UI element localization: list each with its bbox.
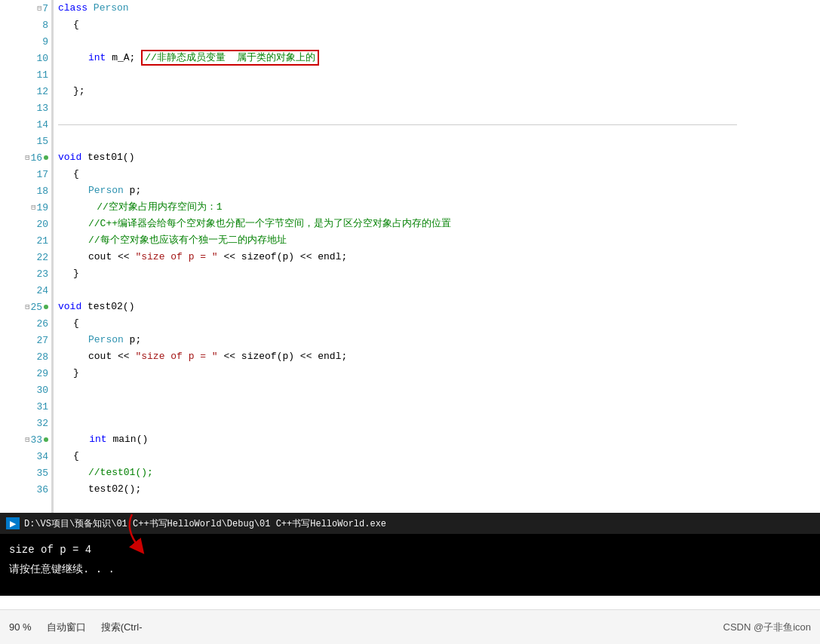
code-line-32 [58,415,820,431]
code-line-10: int m_A; //非静态成员变量 属于类的对象上的 [58,50,820,66]
dot-25 [44,305,48,309]
line-num-14: 14 [36,119,48,130]
status-right: CSDN @子非鱼icon [723,621,812,634]
code-line-19: //空对象占用内存空间为：1 [58,199,820,216]
code-line-34: { [58,448,820,465]
line-num-10: 10 [36,53,48,64]
line-num-24: 24 [36,285,48,296]
gutter-line-22: 22 [0,249,51,265]
gutter-line-18: 18 [0,182,51,199]
gutter-line-11: 11 [0,66,51,83]
gutter-line-34: 34 [0,448,51,465]
code-line-16: void test01() [58,149,820,166]
collapse-33[interactable]: ⊟ [25,435,29,444]
code-line-27: Person p; [58,332,820,348]
code-line-7: class Person [58,0,820,17]
line-num-7: 7 [42,3,48,14]
line-num-22: 22 [36,252,48,263]
terminal-line-1: size of p = 4 [9,540,811,560]
gutter: ⊟ 7 8 9 10 11 12 1 [0,0,51,513]
code-line-28: cout << "size of p = " << sizeof(p) << e… [58,348,820,365]
line-num-32: 32 [36,418,48,429]
terminal-line-2: 请按任意键继续. . . [9,560,811,579]
terminal-output-line1: size of p = 4 [9,544,91,556]
line-num-30: 30 [36,385,48,396]
gutter-line-30: 30 [0,382,51,398]
line-num-20: 20 [36,219,48,230]
line-num-34: 34 [36,451,48,462]
gutter-line-7: ⊟ 7 [0,0,51,17]
code-line-31 [58,398,820,415]
terminal-bar: ▶ D:\VS项目\预备知识\01 C++书写HelloWorld\Debug\… [0,513,820,534]
line-num-27: 27 [36,335,48,346]
dot-16 [44,155,48,160]
code-line-20: //C++编译器会给每个空对象也分配一个字节空间，是为了区分空对象占内存的位置 [58,216,820,232]
zoom-level: 90 % [9,621,32,633]
line-num-23: 23 [36,268,48,280]
gutter-line-31: 31 [0,398,51,415]
code-line-18: Person p; [58,182,820,199]
auto-window-label: 自动窗口 [47,621,86,634]
gutter-line-10: 10 [0,50,51,66]
code-line-30 [58,382,820,398]
gutter-line-24: 24 [0,282,51,299]
code-line-14-sep [58,116,820,133]
editor-area: ⊟ 7 8 9 10 11 12 1 [0,0,820,513]
terminal-icon: ▶ [6,517,20,529]
gutter-line-27: 27 [0,332,51,348]
red-box-comment: //非静态成员变量 属于类的对象上的 [141,50,319,66]
collapse-25[interactable]: ⊟ [25,302,29,311]
collapse-19[interactable]: ⊟ [31,203,35,212]
gutter-line-15: 15 [0,133,51,149]
terminal-output: size of p = 4 请按任意键继续. . . [0,534,820,596]
code-line-29: } [58,365,820,382]
line-num-28: 28 [36,351,48,363]
status-left: 90 % 自动窗口 搜索(Ctrl- [9,621,143,634]
gutter-line-21: 21 [0,232,51,249]
code-line-15 [58,133,820,149]
gutter-line-28: 28 [0,348,51,365]
gutter-line-35: 35 [0,465,51,481]
code-line-11 [58,66,820,83]
line-num-16: 16 [30,152,42,164]
gutter-line-14: 14 [0,116,51,133]
line-num-35: 35 [36,468,48,479]
line-num-29: 29 [36,368,48,379]
line-num-15: 15 [36,136,48,147]
csdn-label: CSDN @子非鱼icon [723,621,812,633]
terminal-path: D:\VS项目\预备知识\01 C++书写HelloWorld\Debug\01… [24,517,386,530]
status-bar: 90 % 自动窗口 搜索(Ctrl- CSDN @子非鱼icon [0,609,820,644]
dot-33 [44,437,48,442]
code-line-8: { [58,17,820,33]
collapse-16[interactable]: ⊟ [25,153,29,162]
code-line-13 [58,100,820,116]
gutter-line-12: 12 [0,83,51,100]
code-line-26: { [58,315,820,332]
search-label: 搜索(Ctrl- [101,621,143,634]
code-line-9 [58,33,820,50]
code-lines-area: class Person { int m_A; //非静态成员变量 属于类的对象… [51,0,820,513]
code-line-25: void test02() [58,299,820,315]
line-num-33: 33 [30,434,42,446]
code-line-21: //每个空对象也应该有个独一无二的内存地址 [58,232,820,249]
line-num-31: 31 [36,401,48,412]
gutter-line-26: 26 [0,315,51,332]
gutter-line-17: 17 [0,166,51,182]
line-num-13: 13 [36,103,48,114]
line-num-19: 19 [36,202,48,213]
gutter-line-33: ⊟ 33 [0,431,51,448]
code-line-22: cout << "size of p = " << sizeof(p) << e… [58,249,820,265]
line-num-11: 11 [36,69,48,81]
code-line-33: int main() [58,431,820,448]
collapse-7[interactable]: ⊟ [37,4,41,13]
line-num-36: 36 [36,484,48,495]
gutter-line-32: 32 [0,415,51,431]
code-line-35: //test01(); [58,465,820,481]
code-line-36: test02(); [58,481,820,498]
gutter-line-36: 36 [0,481,51,498]
gutter-line-19: ⊟ 19 [0,199,51,216]
gutter-line-16: ⊟ 16 [0,149,51,166]
terminal-output-line2: 请按任意键继续. . . [9,563,115,575]
line-num-25: 25 [30,302,42,313]
gutter-line-13: 13 [0,100,51,116]
